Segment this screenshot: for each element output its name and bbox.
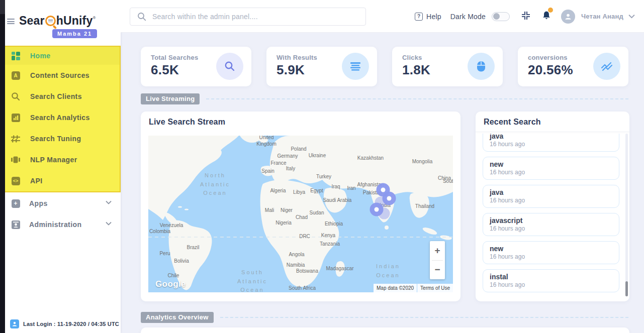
logo-text-left: Sear bbox=[19, 14, 45, 28]
section-divider bbox=[206, 98, 628, 99]
app-logo: Sear hUnify ® bbox=[19, 14, 96, 28]
notifications-bell-icon[interactable] bbox=[541, 10, 552, 23]
search-time: 16 hours ago bbox=[490, 253, 612, 260]
last-login: Last Login : 11-19-2020 / 04:35 UTC bbox=[10, 319, 119, 328]
map-marker[interactable] bbox=[375, 197, 387, 208]
stat-value: 5.9K bbox=[277, 62, 305, 78]
sidebar: Sear hUnify ® Mamba 21 Home A Content So… bbox=[0, 0, 121, 333]
sidebar-item-content-sources[interactable]: A Content Sources bbox=[1, 65, 120, 86]
recent-search-item[interactable]: instal 16 hours ago bbox=[483, 269, 619, 292]
sliders-icon bbox=[11, 134, 20, 143]
bar-chart-icon bbox=[11, 113, 20, 122]
sidebar-item-search-tuning[interactable]: Search Tuning bbox=[1, 128, 120, 149]
stat-label: With Results bbox=[277, 54, 317, 61]
sidebar-item-label: NLP Manager bbox=[30, 156, 77, 164]
search-query: javascript bbox=[490, 216, 612, 225]
search-icon bbox=[137, 12, 146, 21]
sidebar-item-label: Administration bbox=[29, 220, 81, 229]
stat-card-clicks: Clicks 1.8K bbox=[392, 47, 503, 86]
zoom-out-button[interactable]: − bbox=[430, 261, 445, 280]
search-clients-icon bbox=[11, 92, 20, 101]
hamburger-menu-icon[interactable] bbox=[7, 19, 15, 24]
chevron-down-icon bbox=[106, 221, 112, 228]
list-icon bbox=[342, 53, 369, 80]
left-rail bbox=[0, 0, 5, 333]
sidebar-item-home[interactable]: Home bbox=[1, 47, 120, 65]
scrollbar-track bbox=[625, 134, 628, 296]
help-label: Help bbox=[426, 13, 441, 21]
sidebar-item-label: Search Analytics bbox=[30, 114, 90, 122]
topbar: ? Help Dark Mode Четан Ананд bbox=[121, 0, 644, 33]
sidebar-item-search-clients[interactable]: Search Clients bbox=[1, 86, 120, 107]
search-query: instal bbox=[490, 273, 612, 281]
recent-search-item[interactable]: new 16 hours ago bbox=[483, 241, 619, 264]
section-badge-live-streaming: Live Streaming bbox=[141, 93, 200, 104]
analytics-card-partial bbox=[141, 327, 629, 333]
search-query: java bbox=[490, 134, 612, 140]
sidebar-item-administration[interactable]: Administration bbox=[0, 214, 121, 235]
recent-search-item[interactable]: java 16 hours ago bbox=[483, 134, 619, 152]
stat-value: 1.8K bbox=[402, 62, 430, 78]
help-button[interactable]: ? Help bbox=[415, 13, 441, 21]
sidebar-item-api[interactable]: <> API bbox=[1, 170, 120, 191]
last-login-text: Last Login : 11-19-2020 / 04:35 UTC bbox=[23, 321, 119, 327]
version-badge: Mamba 21 bbox=[52, 29, 97, 38]
registered-mark: ® bbox=[93, 16, 96, 20]
terms-of-use-link[interactable]: Terms of Use bbox=[417, 284, 453, 292]
title-divider bbox=[476, 132, 629, 132]
recent-search-item[interactable]: javascript 16 hours ago bbox=[483, 213, 619, 236]
world-map[interactable]: United KingdomPolandGermanyUkraineKazakh… bbox=[148, 136, 453, 292]
admin-search bbox=[130, 8, 366, 26]
search-input[interactable] bbox=[152, 13, 365, 21]
sidebar-item-label: API bbox=[30, 177, 43, 185]
search-time: 16 hours ago bbox=[490, 281, 612, 288]
mouse-icon bbox=[468, 53, 495, 80]
map-attribution: Map data ©2020 bbox=[374, 284, 417, 292]
search-query: new bbox=[490, 160, 612, 168]
recent-search-panel: Recent Search java 16 hours ago new 16 h… bbox=[476, 112, 629, 301]
chevron-down-icon bbox=[106, 200, 112, 206]
map-zoom-control: + − bbox=[430, 241, 445, 279]
panel-title: Recent Search bbox=[484, 118, 541, 127]
map-landmasses bbox=[148, 136, 453, 292]
section-divider bbox=[220, 317, 628, 318]
sidebar-item-label: Apps bbox=[29, 199, 48, 207]
search-time: 16 hours ago bbox=[490, 141, 612, 148]
sidebar-item-label: Search Tuning bbox=[30, 135, 81, 143]
search-time: 16 hours ago bbox=[490, 225, 612, 232]
google-logo: Google bbox=[155, 279, 186, 289]
compress-icon[interactable] bbox=[521, 11, 531, 23]
help-icon: ? bbox=[415, 13, 423, 21]
trend-icon bbox=[593, 53, 620, 80]
scrollbar-thumb[interactable] bbox=[625, 281, 628, 296]
map-marker[interactable] bbox=[379, 208, 390, 219]
search-time: 16 hours ago bbox=[490, 197, 612, 204]
stat-value: 6.5K bbox=[151, 62, 179, 78]
user-icon bbox=[10, 319, 19, 328]
stat-label: conversions bbox=[528, 54, 568, 61]
sidebar-item-apps[interactable]: + Apps bbox=[0, 193, 121, 214]
user-menu-chevron-icon[interactable] bbox=[628, 14, 635, 19]
apps-plus-icon: + bbox=[11, 199, 20, 208]
stat-label: Clicks bbox=[402, 54, 422, 61]
stat-card-conversions: conversions 20.56% bbox=[518, 47, 628, 86]
dark-mode-toggle[interactable] bbox=[492, 12, 510, 21]
admin-badge-icon bbox=[11, 220, 20, 229]
zoom-in-button[interactable]: + bbox=[430, 241, 445, 260]
logo-text-right: hUnify bbox=[56, 14, 93, 28]
recent-search-item[interactable]: java 16 hours ago bbox=[483, 185, 619, 208]
panel-title: Live Search Stream bbox=[149, 118, 225, 127]
magnifier-c-icon bbox=[45, 16, 56, 26]
sidebar-item-nlp-manager[interactable]: NLP Manager bbox=[1, 149, 120, 170]
nlp-icon bbox=[11, 155, 20, 164]
sidebar-item-search-analytics[interactable]: Search Analytics bbox=[1, 107, 120, 128]
toggle-knob bbox=[493, 13, 500, 20]
sidebar-item-label: Content Sources bbox=[30, 71, 89, 79]
grid-icon bbox=[11, 51, 20, 60]
user-name[interactable]: Четан Ананд bbox=[581, 13, 623, 20]
recent-search-item[interactable]: new 16 hours ago bbox=[483, 157, 619, 180]
search-icon bbox=[216, 53, 243, 80]
section-badge-analytics-overview: Analytics Overview bbox=[141, 312, 214, 323]
search-query: java bbox=[490, 188, 612, 196]
avatar[interactable] bbox=[561, 10, 575, 24]
